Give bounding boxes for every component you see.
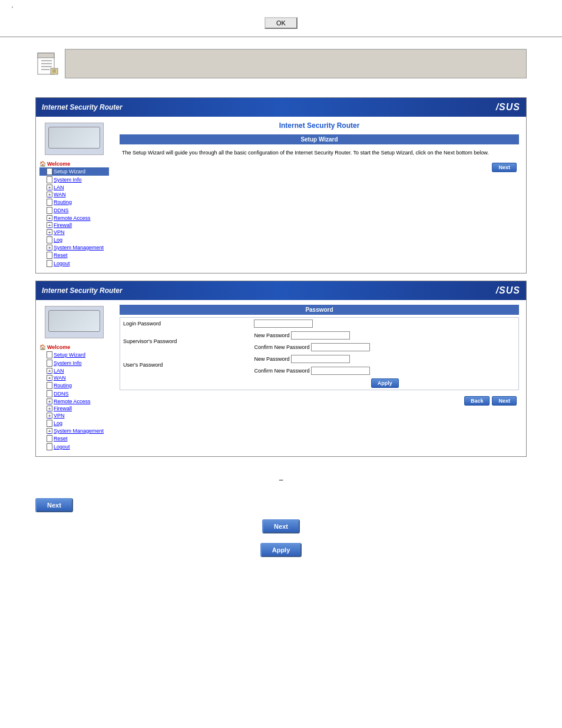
sidebar-welcome-2[interactable]: 🏠 Welcome: [39, 344, 109, 351]
ok-button[interactable]: OK: [265, 17, 297, 29]
login-password-input[interactable]: [254, 319, 313, 328]
user-confirm-input[interactable]: [311, 367, 370, 375]
supervisor-password-label: Supervisor's Password: [120, 330, 251, 353]
sidebar-remote-access-1[interactable]: + Remote Access: [39, 215, 109, 222]
router-image-1: [45, 123, 104, 155]
sidebar-logout-1[interactable]: Logout: [39, 259, 109, 268]
ok-btn-area: OK: [12, 17, 550, 29]
sidebar-system-info-2[interactable]: System Info: [39, 359, 109, 367]
router-main-1: Internet Security Router Setup Wizard Th…: [113, 117, 526, 273]
supervisor-confirm-input[interactable]: [311, 343, 370, 351]
apply-row: Apply: [120, 377, 518, 390]
bottom-next-button-2[interactable]: Next: [262, 519, 300, 533]
router-image-2: [45, 306, 104, 338]
doc-icon-8: [47, 351, 52, 358]
sidebar-wan-2[interactable]: + WAN: [39, 374, 109, 381]
doc-icon-5: [47, 236, 52, 243]
sidebar-nav-2: 🏠 Welcome Setup Wizard System Info + LAN…: [36, 341, 113, 453]
sidebar-firewall-1[interactable]: + Firewall: [39, 222, 109, 229]
asus-logo-2: /SUS: [496, 285, 520, 296]
sidebar-ddns-2[interactable]: DDNS: [39, 390, 109, 398]
password-section-box: Login Password Supervisor's Password New…: [120, 317, 519, 390]
sidebar-vpn-2[interactable]: + VPN: [39, 412, 109, 419]
sidebar-sys-mgmt-1[interactable]: + System Management: [39, 244, 109, 251]
plus-icon-5: +: [47, 229, 52, 235]
sidebar-system-info-1[interactable]: System Info: [39, 176, 109, 184]
router-sidebar-1: 🏠 Welcome Setup Wizard System Info + LAN…: [36, 117, 113, 273]
login-password-label: Login Password: [120, 318, 251, 330]
router-header-1: Internet Security Router /SUS: [36, 98, 526, 117]
section-header-1: Setup Wizard: [120, 134, 519, 144]
btn-row-1: Next: [120, 159, 519, 176]
plus-icon-2: +: [47, 192, 52, 197]
plus-icon-7: +: [47, 368, 52, 374]
user-new-password-input[interactable]: [291, 355, 350, 363]
plus-icon-3: +: [47, 215, 52, 221]
sidebar-firewall-2[interactable]: + Firewall: [39, 405, 109, 412]
sidebar-log-2[interactable]: Log: [39, 419, 109, 427]
plus-icon-11: +: [47, 413, 52, 419]
sidebar-vpn-1[interactable]: + VPN: [39, 229, 109, 236]
router-header-2: Internet Security Router /SUS: [36, 281, 526, 300]
next-button-1[interactable]: Next: [492, 163, 517, 172]
sidebar-sys-mgmt-2[interactable]: + System Management: [39, 427, 109, 434]
sidebar-ddns-1[interactable]: DDNS: [39, 206, 109, 215]
sidebar-reset-1[interactable]: Reset: [39, 251, 109, 259]
sidebar-routing-2[interactable]: Routing: [39, 381, 109, 390]
password-table: Login Password Supervisor's Password New…: [120, 318, 518, 390]
router-frame-2: Internet Security Router /SUS 🏠 Welcome …: [35, 281, 527, 457]
sidebar-remote-access-2[interactable]: + Remote Access: [39, 398, 109, 405]
sidebar-log-1[interactable]: Log: [39, 236, 109, 244]
notepad-section: [0, 37, 562, 90]
plus-icon-1: +: [47, 185, 52, 190]
supervisor-new-password-input[interactable]: [291, 331, 350, 340]
sidebar-lan-1[interactable]: + LAN: [39, 184, 109, 191]
sidebar-welcome-1[interactable]: 🏠 Welcome: [39, 160, 109, 167]
sidebar-routing-1[interactable]: Routing: [39, 198, 109, 206]
user-password-row: User's Password New Password: [120, 353, 518, 365]
section-header-2: Password: [120, 305, 519, 315]
doc-icon-11: [47, 390, 52, 397]
plus-icon-8: +: [47, 375, 52, 381]
next-button-2[interactable]: Next: [492, 396, 517, 406]
supervisor-password-row: Supervisor's Password New Password: [120, 330, 518, 341]
bottom-next-button-1[interactable]: Next: [35, 498, 73, 512]
router-body-2: 🏠 Welcome Setup Wizard System Info + LAN…: [36, 300, 526, 456]
top-text: ': [12, 6, 550, 12]
login-password-row: Login Password: [120, 318, 518, 330]
plus-icon-10: +: [47, 406, 52, 411]
plus-icon-12: +: [47, 428, 52, 434]
router-header-title-1: Internet Security Router: [42, 103, 123, 111]
doc-icon-1: [47, 168, 52, 175]
notepad-content-box: [65, 49, 527, 78]
router-frame-1: Internet Security Router /SUS 🏠 Welcome …: [35, 97, 527, 274]
doc-icon-3: [47, 199, 52, 206]
bottom-apply-button[interactable]: Apply: [260, 543, 302, 557]
sidebar-setup-wizard-1[interactable]: Setup Wizard: [39, 167, 109, 176]
doc-icon-6: [47, 252, 52, 259]
doc-icon-13: [47, 435, 52, 442]
supervisor-confirm-label: Confirm New Password: [254, 344, 309, 350]
home-icon-2: 🏠: [39, 344, 46, 350]
sidebar-wan-1[interactable]: + WAN: [39, 191, 109, 198]
plus-icon-9: +: [47, 398, 52, 404]
doc-icon-2: [47, 176, 52, 183]
sidebar-logout-2[interactable]: Logout: [39, 443, 109, 451]
dash-line: –: [35, 476, 527, 484]
plus-icon-6: +: [47, 245, 52, 251]
apply-button-inner[interactable]: Apply: [371, 378, 399, 388]
back-next-row: Back Next: [120, 393, 519, 409]
sidebar-nav-1: 🏠 Welcome Setup Wizard System Info + LAN…: [36, 158, 113, 270]
sidebar-lan-2[interactable]: + LAN: [39, 367, 109, 374]
sidebar-reset-2[interactable]: Reset: [39, 434, 109, 443]
plus-icon-4: +: [47, 222, 52, 228]
sidebar-setup-wizard-2[interactable]: Setup Wizard: [39, 351, 109, 359]
top-section: ' OK: [0, 0, 562, 37]
home-icon-1: 🏠: [39, 161, 46, 167]
back-button[interactable]: Back: [464, 396, 490, 406]
doc-icon-12: [47, 420, 52, 427]
svg-rect-1: [38, 53, 54, 58]
svg-rect-6: [51, 68, 58, 74]
asus-logo-1: /SUS: [496, 102, 520, 113]
doc-icon-7: [47, 260, 52, 267]
